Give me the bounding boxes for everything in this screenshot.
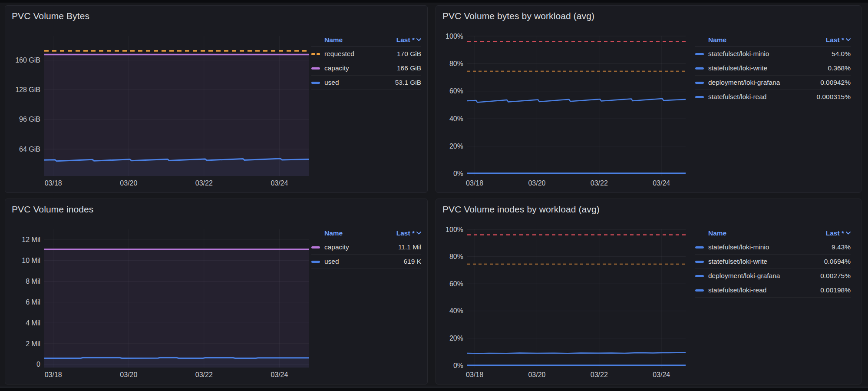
legend-row[interactable]: statefulset/loki-minio54.0% bbox=[695, 47, 851, 61]
series-color-icon[interactable] bbox=[695, 67, 704, 70]
legend-header: Name Last * bbox=[695, 226, 851, 240]
series-fill bbox=[44, 55, 309, 176]
legend-series-name[interactable]: statefulset/loki-minio bbox=[708, 243, 832, 251]
series-color-icon[interactable] bbox=[695, 261, 704, 263]
legend-last-sort[interactable]: Last * bbox=[396, 36, 421, 44]
legend-series-name[interactable]: statefulset/loki-minio bbox=[708, 50, 832, 58]
legend-series-name[interactable]: deployment/loki-grafana bbox=[708, 272, 820, 280]
legend-name-header[interactable]: Name bbox=[324, 229, 343, 237]
legend-series-name[interactable]: statefulset/loki-write bbox=[708, 64, 828, 72]
series-color-icon[interactable] bbox=[311, 82, 320, 84]
legend-series-name[interactable]: statefulset/loki-read bbox=[708, 286, 820, 294]
time-series-chart[interactable]: 02 Mil4 Mil6 Mil8 Mil10 Mil12 Mil03/1803… bbox=[12, 216, 311, 381]
panel-title[interactable]: PVC Volume bytes by workload (avg) bbox=[442, 10, 855, 22]
legend-name-header[interactable]: Name bbox=[324, 36, 343, 44]
series-line-used bbox=[44, 358, 309, 358]
series-color-icon[interactable] bbox=[311, 261, 320, 263]
legend-last-value: 11.1 Mil bbox=[398, 243, 421, 251]
legend-row[interactable]: deployment/loki-grafana0.00275% bbox=[695, 269, 851, 283]
time-series-chart[interactable]: 64 GiB96 GiB128 GiB160 GiB03/1803/2003/2… bbox=[12, 23, 311, 190]
legend-row[interactable]: statefulset/loki-read0.000315% bbox=[695, 90, 851, 104]
panel-body: 0%20%40%60%80%100%03/1803/2003/2203/24 N… bbox=[442, 216, 855, 381]
series-color-icon[interactable] bbox=[695, 246, 704, 249]
y-axis-tick-label: 6 Mil bbox=[26, 298, 40, 306]
y-axis-tick-label: 2 Mil bbox=[26, 340, 40, 348]
y-axis-tick-label: 40% bbox=[449, 115, 463, 123]
y-axis-tick-label: 10 Mil bbox=[22, 257, 40, 264]
legend-row[interactable]: capacity11.1 Mil bbox=[311, 240, 421, 255]
x-axis-tick-label: 03/18 bbox=[45, 179, 62, 187]
legend-series-name[interactable]: used bbox=[324, 79, 395, 86]
legend-last-value: 170 GiB bbox=[397, 50, 421, 58]
chevron-down-icon bbox=[846, 232, 851, 235]
series-color-icon[interactable] bbox=[311, 53, 320, 55]
chart-svg: 0%20%40%60%80%100%03/1803/2003/2203/24 bbox=[442, 23, 695, 190]
legend-last-header: Last * bbox=[396, 36, 415, 44]
legend-last-value: 0.00198% bbox=[820, 286, 851, 294]
y-axis-tick-label: 60% bbox=[449, 87, 463, 95]
legend-last-sort[interactable]: Last * bbox=[396, 229, 421, 237]
legend-series-name[interactable]: capacity bbox=[324, 243, 398, 251]
series-color-icon[interactable] bbox=[695, 96, 704, 98]
legend-row[interactable]: used53.1 GiB bbox=[311, 76, 421, 90]
panel-pvc-volume-bytes: PVC Volume Bytes 64 GiB96 GiB128 GiB160 … bbox=[5, 5, 428, 193]
series-fill bbox=[44, 358, 309, 368]
time-series-chart[interactable]: 0%20%40%60%80%100%03/1803/2003/2203/24 bbox=[442, 216, 695, 381]
series-color-icon[interactable] bbox=[695, 82, 704, 84]
legend-series-name[interactable]: deployment/loki-grafana bbox=[708, 79, 820, 86]
legend-row[interactable]: statefulset/loki-write0.0694% bbox=[695, 255, 851, 269]
legend-table: Name Last * requested170 GiBcapacity166 … bbox=[311, 33, 421, 190]
legend-row[interactable]: statefulset/loki-minio9.43% bbox=[695, 240, 851, 255]
legend-last-value: 54.0% bbox=[832, 50, 851, 58]
chart-svg: 02 Mil4 Mil6 Mil8 Mil10 Mil12 Mil03/1803… bbox=[12, 216, 311, 381]
legend-series-name[interactable]: used bbox=[324, 258, 403, 265]
series-color-icon[interactable] bbox=[695, 275, 704, 277]
legend-row[interactable]: capacity166 GiB bbox=[311, 61, 421, 76]
legend-row[interactable]: requested170 GiB bbox=[311, 47, 421, 61]
time-series-chart[interactable]: 0%20%40%60%80%100%03/1803/2003/2203/24 bbox=[442, 23, 695, 190]
y-axis-tick-label: 4 Mil bbox=[26, 319, 40, 327]
x-axis-tick-label: 03/22 bbox=[195, 179, 213, 187]
legend-series-name[interactable]: capacity bbox=[324, 64, 397, 72]
x-axis-tick-label: 03/24 bbox=[271, 179, 288, 187]
legend-last-value: 0.368% bbox=[828, 64, 851, 72]
x-axis-tick-label: 03/18 bbox=[466, 179, 483, 187]
series-color-icon[interactable] bbox=[695, 289, 704, 292]
series-color-icon[interactable] bbox=[311, 246, 320, 249]
y-axis-tick-label: 0 bbox=[36, 361, 40, 368]
series-color-icon[interactable] bbox=[695, 53, 704, 55]
legend-header: Name Last * bbox=[695, 33, 851, 47]
legend-last-value: 53.1 GiB bbox=[395, 79, 421, 86]
panel-body: 02 Mil4 Mil6 Mil8 Mil10 Mil12 Mil03/1803… bbox=[12, 216, 421, 381]
legend-row[interactable]: deployment/loki-grafana0.00942% bbox=[695, 76, 851, 90]
panel-title[interactable]: PVC Volume Bytes bbox=[12, 10, 421, 22]
panel-title[interactable]: PVC Volume inodes bbox=[12, 203, 421, 215]
series-color-icon[interactable] bbox=[311, 67, 320, 70]
legend-last-sort[interactable]: Last * bbox=[826, 229, 851, 237]
legend-row[interactable]: statefulset/loki-read0.00198% bbox=[695, 283, 851, 298]
legend-row[interactable]: statefulset/loki-write0.368% bbox=[695, 61, 851, 76]
y-axis-tick-label: 40% bbox=[449, 307, 463, 315]
y-axis-tick-label: 100% bbox=[446, 226, 463, 233]
x-axis-tick-label: 03/24 bbox=[653, 371, 670, 378]
legend-last-header: Last * bbox=[826, 36, 844, 44]
y-axis-tick-label: 80% bbox=[449, 253, 463, 260]
legend-name-header[interactable]: Name bbox=[708, 229, 726, 237]
panel-pvc-volume-inodes: PVC Volume inodes 02 Mil4 Mil6 Mil8 Mil1… bbox=[5, 199, 428, 384]
legend-last-value: 0.00942% bbox=[820, 79, 851, 86]
legend-name-header[interactable]: Name bbox=[708, 36, 726, 44]
legend-row[interactable]: used619 K bbox=[311, 255, 421, 269]
legend-last-value: 0.0694% bbox=[824, 258, 851, 265]
panel-body: 64 GiB96 GiB128 GiB160 GiB03/1803/2003/2… bbox=[12, 23, 421, 190]
legend-last-value: 166 GiB bbox=[397, 64, 421, 72]
legend-table: Name Last * statefulset/loki-minio9.43%s… bbox=[695, 226, 851, 381]
legend-series-name[interactable]: statefulset/loki-write bbox=[708, 258, 824, 265]
legend-series-name[interactable]: requested bbox=[324, 50, 397, 58]
panel-title[interactable]: PVC Volume inodes by workload (avg) bbox=[442, 203, 855, 215]
x-axis-tick-label: 03/24 bbox=[653, 179, 670, 187]
y-axis-tick-label: 80% bbox=[449, 60, 463, 67]
y-axis-tick-label: 20% bbox=[449, 335, 463, 342]
chart-svg: 0%20%40%60%80%100%03/1803/2003/2203/24 bbox=[442, 216, 695, 381]
legend-series-name[interactable]: statefulset/loki-read bbox=[708, 93, 817, 101]
legend-last-sort[interactable]: Last * bbox=[826, 36, 851, 44]
